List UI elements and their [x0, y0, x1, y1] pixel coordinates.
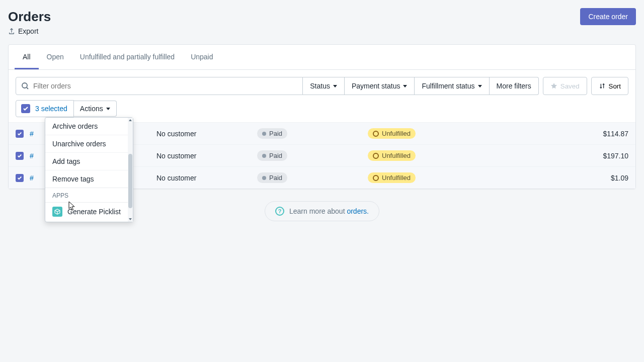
filter-status[interactable]: Status — [303, 77, 345, 95]
search-input-wrap[interactable] — [16, 77, 303, 95]
dropdown-scrollbar[interactable] — [128, 118, 133, 222]
saved-button: Saved — [543, 77, 587, 95]
chevron-down-icon — [333, 85, 337, 87]
page-title: Orders — [8, 9, 51, 25]
order-total: $1.09 — [519, 174, 628, 182]
create-order-button[interactable]: Create order — [580, 8, 636, 25]
svg-point-0 — [22, 83, 27, 88]
orders-card: All Open Unfulfilled and partially fulfi… — [8, 44, 636, 189]
action-generate-picklist[interactable]: Generate Picklist — [45, 202, 133, 222]
app-icon — [52, 207, 62, 217]
fulfillment-badge: Unfulfilled — [368, 128, 416, 139]
scroll-up-icon — [129, 119, 132, 121]
actions-button[interactable]: Actions — [74, 101, 117, 117]
row-checkbox[interactable] — [16, 174, 24, 182]
scroll-thumb[interactable] — [128, 154, 132, 208]
tab-unfulfilled[interactable]: Unfulfilled and partially fulfilled — [72, 45, 183, 69]
actions-dropdown: Archive orders Unarchive orders Add tags… — [45, 117, 133, 222]
tab-open[interactable]: Open — [39, 45, 72, 69]
help-icon: ? — [275, 207, 284, 216]
chevron-down-icon — [106, 108, 110, 110]
fulfillment-badge: Unfulfilled — [368, 172, 416, 183]
order-customer: No customer — [156, 130, 257, 138]
action-remove-tags[interactable]: Remove tags — [45, 170, 133, 188]
tab-all[interactable]: All — [15, 45, 39, 69]
search-icon — [21, 82, 29, 90]
action-unarchive-orders[interactable]: Unarchive orders — [45, 135, 133, 153]
sort-icon — [599, 82, 606, 89]
fulfillment-badge: Unfulfilled — [368, 150, 416, 161]
tab-unpaid[interactable]: Unpaid — [183, 45, 221, 69]
order-customer: No customer — [156, 174, 257, 182]
export-label: Export — [18, 27, 38, 35]
selected-count-pill[interactable]: 3 selected — [16, 100, 74, 117]
order-total: $197.10 — [519, 152, 628, 160]
chevron-down-icon — [478, 85, 482, 87]
chevron-down-icon — [403, 85, 407, 87]
filter-payment-status[interactable]: Payment status — [345, 77, 415, 95]
more-filters-button[interactable]: More filters — [490, 77, 539, 95]
order-customer: No customer — [156, 152, 257, 160]
action-archive-orders[interactable]: Archive orders — [45, 118, 133, 135]
scroll-down-icon — [129, 218, 132, 220]
checkmark-icon — [23, 106, 29, 112]
learn-more-link[interactable]: orders. — [347, 207, 369, 215]
payment-badge: Paid — [257, 172, 287, 183]
select-all-checkbox[interactable] — [21, 104, 30, 113]
star-icon — [550, 82, 557, 89]
search-input[interactable] — [29, 82, 297, 90]
selected-count-text: 3 selected — [35, 105, 67, 113]
dropdown-section-apps: APPS — [45, 188, 133, 202]
export-button[interactable]: Export — [8, 27, 636, 35]
row-checkbox[interactable] — [16, 130, 24, 138]
learn-more-banner: ? Learn more about orders. — [265, 201, 379, 221]
learn-more-text: Learn more about — [289, 207, 347, 215]
tabs: All Open Unfulfilled and partially fulfi… — [9, 45, 635, 70]
payment-badge: Paid — [257, 150, 287, 161]
action-add-tags[interactable]: Add tags — [45, 153, 133, 170]
row-checkbox[interactable] — [16, 152, 24, 160]
sort-button[interactable]: Sort — [591, 77, 628, 95]
filter-fulfillment-status[interactable]: Fulfillment status — [415, 77, 489, 95]
order-total: $114.87 — [519, 130, 628, 138]
payment-badge: Paid — [257, 128, 287, 139]
export-icon — [8, 28, 15, 35]
